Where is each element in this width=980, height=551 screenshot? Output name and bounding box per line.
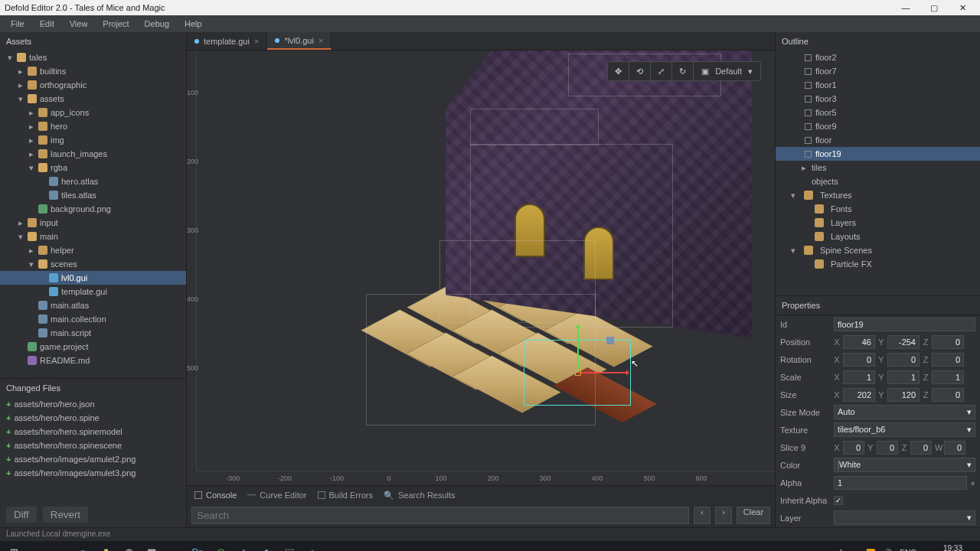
color-select[interactable]: White ▾ bbox=[834, 458, 975, 472]
tree-row[interactable]: ▾scenes bbox=[0, 257, 186, 271]
gizmo-y-axis[interactable] bbox=[577, 326, 579, 372]
outline-tree[interactable]: floor2floor7floor1floor3floor5floor9floo… bbox=[776, 51, 980, 295]
pos-y-input[interactable] bbox=[887, 335, 920, 349]
assets-tree[interactable]: ▾tales▸builtins▸orthographic▾assets▸app_… bbox=[0, 51, 186, 378]
scale-y-input[interactable] bbox=[887, 370, 920, 384]
menu-view[interactable]: View bbox=[64, 17, 94, 31]
tool-rotate-icon[interactable]: ⟲ bbox=[629, 62, 651, 80]
tree-row[interactable]: hero.atlas bbox=[0, 174, 186, 188]
calc-icon[interactable]: ▦ bbox=[141, 543, 162, 551]
camera-label[interactable]: Default bbox=[715, 67, 742, 76]
size-y-input[interactable] bbox=[887, 388, 920, 402]
size-mode-select[interactable]: Auto ▾ bbox=[834, 405, 975, 419]
window-max-icon[interactable]: ▢ bbox=[921, 3, 947, 13]
tool-scale-icon[interactable]: ⤢ bbox=[651, 62, 672, 80]
search-icon[interactable]: ⌕ bbox=[26, 543, 47, 551]
search-next-button[interactable]: › bbox=[715, 507, 732, 524]
outline-row[interactable]: floor2 bbox=[776, 51, 980, 64]
tab-build-errors[interactable]: Build Errors bbox=[318, 491, 373, 500]
menu-help[interactable]: Help bbox=[178, 17, 208, 31]
outline-row[interactable]: floor bbox=[776, 133, 980, 147]
tray-lang[interactable]: ENG bbox=[900, 549, 916, 552]
changed-file-row[interactable]: +assets/hero/hero.spine bbox=[0, 411, 186, 425]
tool-refresh-icon[interactable]: ↻ bbox=[672, 62, 694, 80]
tree-row[interactable]: README.md bbox=[0, 354, 186, 367]
tree-row[interactable]: ▸builtins bbox=[0, 64, 186, 78]
layer-select[interactable]: ▾ bbox=[834, 510, 975, 525]
console-search-input[interactable] bbox=[191, 507, 689, 524]
rot-z-input[interactable] bbox=[932, 353, 964, 367]
alpha-slider-icon[interactable]: ● bbox=[970, 478, 975, 487]
camera-dropdown-icon[interactable]: ▾ bbox=[748, 67, 753, 77]
tree-row[interactable]: main.script bbox=[0, 326, 186, 340]
tree-row[interactable]: tiles.atlas bbox=[0, 188, 186, 202]
tree-row[interactable]: ▾assets bbox=[0, 92, 186, 106]
editor-tab[interactable]: template.gui× bbox=[187, 32, 267, 50]
tree-row[interactable]: game.project bbox=[0, 340, 186, 354]
scale-z-input[interactable] bbox=[932, 370, 964, 384]
size-z-input[interactable] bbox=[932, 388, 964, 402]
app4-icon[interactable]: ▲ bbox=[302, 543, 323, 551]
gizmo-origin[interactable] bbox=[575, 370, 581, 376]
tray-cloud-icon[interactable]: ☁ bbox=[851, 549, 858, 552]
changed-files-list[interactable]: +assets/hero/hero.json+assets/hero/hero.… bbox=[0, 397, 186, 502]
outline-row[interactable]: ▸tiles bbox=[776, 161, 980, 174]
outline-row[interactable]: floor3 bbox=[776, 92, 980, 106]
task-view-icon[interactable]: ▭ bbox=[49, 543, 70, 551]
outline-row[interactable]: ▾Spine Scenes bbox=[776, 243, 980, 257]
tree-row[interactable]: ▸hero bbox=[0, 119, 186, 133]
changed-file-row[interactable]: +assets/hero/images/amulet3.png bbox=[0, 466, 186, 480]
outline-row[interactable]: floor7 bbox=[776, 64, 980, 78]
tree-row[interactable]: background.png bbox=[0, 202, 186, 216]
editor-tab[interactable]: *lvl0.gui× bbox=[267, 32, 332, 50]
tree-row[interactable]: ▸helper bbox=[0, 243, 186, 257]
outline-row[interactable]: Layouts bbox=[776, 230, 980, 243]
tab-console[interactable]: Console bbox=[194, 491, 237, 500]
pos-x-input[interactable] bbox=[843, 335, 875, 349]
tree-row[interactable]: lvl0.gui bbox=[0, 271, 186, 285]
outline-row[interactable]: Particle FX bbox=[776, 257, 980, 271]
close-icon[interactable]: × bbox=[318, 36, 323, 45]
menu-file[interactable]: File bbox=[5, 17, 31, 31]
revert-button[interactable]: Revert bbox=[43, 507, 88, 523]
tree-row[interactable]: ▸launch_images bbox=[0, 147, 186, 161]
outline-row[interactable]: floor5 bbox=[776, 106, 980, 119]
tree-row[interactable]: ▾main bbox=[0, 230, 186, 243]
tray-wifi-icon[interactable]: 📶 bbox=[866, 549, 875, 552]
app3-icon[interactable]: ⬚ bbox=[279, 543, 300, 551]
tree-row[interactable]: main.collection bbox=[0, 312, 186, 326]
outline-row[interactable]: Layers bbox=[776, 216, 980, 230]
edge-icon[interactable]: e bbox=[72, 543, 93, 551]
alpha-input[interactable] bbox=[834, 476, 967, 490]
outline-row[interactable]: floor9 bbox=[776, 119, 980, 133]
prop-id-input[interactable] bbox=[834, 318, 975, 331]
tab-search-results[interactable]: 🔍Search Results bbox=[384, 491, 456, 500]
size-x-input[interactable] bbox=[843, 388, 875, 402]
tree-row[interactable]: ▸img bbox=[0, 133, 186, 147]
outline-row[interactable]: ▾Textures bbox=[776, 188, 980, 202]
changed-file-row[interactable]: +assets/hero/hero.spinemodel bbox=[0, 425, 186, 439]
tree-row[interactable]: template.gui bbox=[0, 285, 186, 298]
tray-chevron-icon[interactable]: ˄ bbox=[839, 549, 843, 552]
outline-row[interactable]: floor1 bbox=[776, 78, 980, 92]
menu-project[interactable]: Project bbox=[96, 17, 135, 31]
rot-y-input[interactable] bbox=[887, 353, 920, 367]
rot-x-input[interactable] bbox=[843, 353, 875, 367]
tree-row[interactable]: main.atlas bbox=[0, 298, 186, 312]
window-min-icon[interactable]: — bbox=[893, 3, 919, 12]
app-icon[interactable]: ◎ bbox=[210, 543, 231, 551]
changed-file-row[interactable]: +assets/hero/hero.spinescene bbox=[0, 439, 186, 452]
outline-row[interactable]: floor19 bbox=[776, 147, 980, 161]
tool-move-icon[interactable]: ✥ bbox=[608, 62, 629, 80]
photoshop-icon[interactable]: Ps bbox=[187, 543, 208, 551]
chrome-icon[interactable]: ◉ bbox=[118, 543, 139, 551]
close-icon[interactable]: × bbox=[254, 37, 259, 46]
outline-row[interactable]: objects bbox=[776, 174, 980, 188]
inherit-alpha-checkbox[interactable]: ✓ bbox=[834, 496, 843, 505]
defold-icon[interactable]: ◆ bbox=[256, 543, 277, 551]
tray-time[interactable]: 19:33 bbox=[943, 544, 962, 551]
scale-x-input[interactable] bbox=[843, 370, 875, 384]
texture-select[interactable]: tiles/floor_b6 ▾ bbox=[834, 422, 975, 437]
diff-button[interactable]: Diff bbox=[6, 507, 37, 523]
outline-row[interactable]: Fonts bbox=[776, 202, 980, 216]
